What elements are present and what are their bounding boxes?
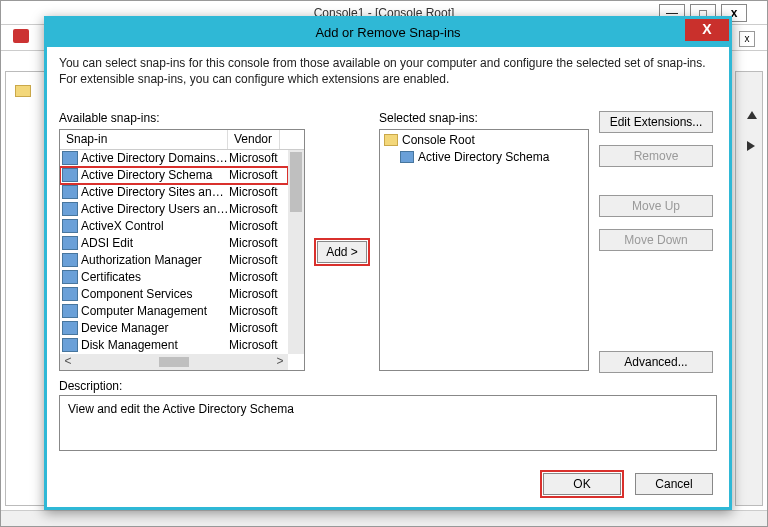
description-box: View and edit the Active Directory Schem… [59,395,717,451]
ok-button[interactable]: OK [543,473,621,495]
snapin-vendor: Microsoft [229,150,281,167]
tree-child-label: Active Directory Schema [418,149,549,166]
folder-icon [15,85,31,97]
snapin-icon [62,253,78,267]
selected-label: Selected snap-ins: [379,111,589,125]
hscroll-thumb[interactable] [159,357,189,367]
snapin-name: Disk Management [81,337,229,354]
add-remove-snapins-dialog: Add or Remove Snap-ins X You can select … [44,16,732,510]
right-arrow-icon [747,141,755,151]
scroll-left-icon[interactable]: < [60,354,76,370]
edit-extensions-button[interactable]: Edit Extensions... [599,111,713,133]
snapin-vendor: Microsoft [229,320,281,337]
up-arrow-icon [747,111,757,119]
snapin-vendor: Microsoft [229,303,281,320]
snapin-name: Active Directory Schema [81,167,229,184]
list-item[interactable]: ActiveX ControlMicrosoft [60,218,288,235]
snapin-vendor: Microsoft [229,218,281,235]
mmc-actions-pane [735,71,763,506]
snapin-icon [62,202,78,216]
snapin-icon [62,151,78,165]
snapin-name: Authorization Manager [81,252,229,269]
snapin-icon [62,236,78,250]
remove-button[interactable]: Remove [599,145,713,167]
list-item[interactable]: Active Directory Users and C...Microsoft [60,201,288,218]
cancel-button[interactable]: Cancel [635,473,713,495]
list-item[interactable]: Component ServicesMicrosoft [60,286,288,303]
snapin-name: ADSI Edit [81,235,229,252]
list-item[interactable]: ADSI EditMicrosoft [60,235,288,252]
available-snapins-list[interactable]: Snap-in Vendor Active Directory Domains … [59,129,305,371]
child-close-icon[interactable]: x [739,31,755,47]
snapin-name: Certificates [81,269,229,286]
snapin-vendor: Microsoft [229,337,281,354]
tree-root-label: Console Root [402,132,475,149]
snapin-name: Active Directory Domains an... [81,150,229,167]
list-item[interactable]: Disk ManagementMicrosoft [60,337,288,354]
vertical-scrollbar[interactable] [288,150,304,354]
dialog-close-button[interactable]: X [685,19,729,41]
tree-root[interactable]: Console Root [382,132,586,149]
tree-child[interactable]: Active Directory Schema [382,149,586,166]
snapin-icon [62,321,78,335]
list-item[interactable]: Active Directory Domains an...Microsoft [60,150,288,167]
snapin-name: Active Directory Users and C... [81,201,229,218]
snapin-vendor: Microsoft [229,286,281,303]
folder-icon [384,134,398,146]
snapin-icon [62,287,78,301]
add-button[interactable]: Add > [317,241,367,263]
snapin-name: Component Services [81,286,229,303]
list-item[interactable]: Active Directory SchemaMicrosoft [60,167,288,184]
snapin-name: Active Directory Sites and Se... [81,184,229,201]
description-label: Description: [59,379,122,393]
list-item[interactable]: Device ManagerMicrosoft [60,320,288,337]
list-item[interactable]: Active Directory Sites and Se...Microsof… [60,184,288,201]
status-bar [1,510,767,526]
list-header: Snap-in Vendor [60,130,304,150]
available-label: Available snap-ins: [59,111,305,125]
snapin-vendor: Microsoft [229,269,281,286]
snapin-name: Computer Management [81,303,229,320]
snapin-name: Device Manager [81,320,229,337]
list-item[interactable]: Authorization ManagerMicrosoft [60,252,288,269]
selected-snapins-tree[interactable]: Console Root Active Directory Schema [379,129,589,371]
move-down-button[interactable]: Move Down [599,229,713,251]
schema-icon [400,151,414,163]
advanced-button[interactable]: Advanced... [599,351,713,373]
snapin-icon [62,219,78,233]
horizontal-scrollbar[interactable]: < > [60,354,288,370]
toolbar-icon [13,29,29,43]
snapin-icon [62,304,78,318]
snapin-vendor: Microsoft [229,201,281,218]
move-up-button[interactable]: Move Up [599,195,713,217]
snapin-icon [62,338,78,352]
list-item[interactable]: Computer ManagementMicrosoft [60,303,288,320]
intro-text: You can select snap-ins for this console… [59,55,717,87]
snapin-vendor: Microsoft [229,184,281,201]
list-item[interactable]: CertificatesMicrosoft [60,269,288,286]
col-vendor[interactable]: Vendor [228,130,280,149]
snapin-icon [62,185,78,199]
snapin-vendor: Microsoft [229,235,281,252]
col-snapin[interactable]: Snap-in [60,130,228,149]
dialog-title: Add or Remove Snap-ins [47,19,729,47]
scroll-right-icon[interactable]: > [272,354,288,370]
snapin-icon [62,168,78,182]
snapin-vendor: Microsoft [229,252,281,269]
snapin-icon [62,270,78,284]
scroll-thumb[interactable] [290,152,302,212]
snapin-name: ActiveX Control [81,218,229,235]
snapin-vendor: Microsoft [229,167,281,184]
